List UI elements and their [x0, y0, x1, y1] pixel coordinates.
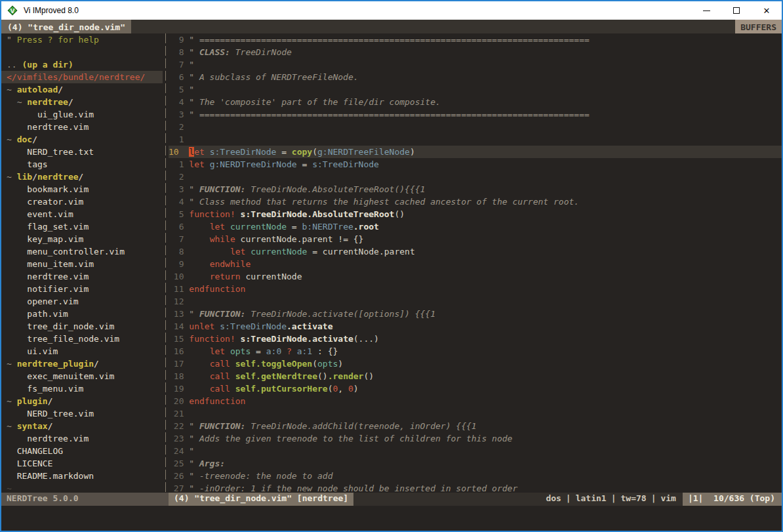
code-line[interactable]: 13 " FUNCTION: TreeDirNode.activate([opt…: [169, 308, 782, 320]
tree-item[interactable]: path.vim: [1, 308, 163, 320]
code-line[interactable]: 9 endwhile: [169, 258, 782, 270]
code-line[interactable]: 10 return currentNode: [169, 270, 782, 283]
tree-item[interactable]: fs_menu.vim: [1, 382, 163, 395]
code-line-current[interactable]: 10 let s:TreeDirNode = copy(g:NERDTreeFi…: [169, 146, 782, 158]
code-line[interactable]: 4 " Class method that returns the highes…: [169, 195, 782, 208]
token-txt: [189, 359, 209, 369]
tree-item[interactable]: menu_controller.vim: [1, 245, 163, 258]
status-item: latin1: [576, 493, 607, 503]
tree-item[interactable]: LICENCE: [1, 457, 163, 470]
tree-item[interactable]: ui.vim: [1, 345, 163, 358]
maximize-button[interactable]: [721, 1, 752, 20]
tree-item[interactable]: ~ nerdtree/: [1, 96, 163, 108]
code-line[interactable]: 16 let opts = a:0 ? a:1 : {}: [169, 345, 782, 358]
tree-item[interactable]: bookmark.vim: [1, 183, 163, 195]
tree-item[interactable]: .. (up a dir): [1, 58, 163, 71]
token-file: creator.vim: [7, 197, 83, 207]
code-line[interactable]: 3 " ====================================…: [169, 108, 782, 121]
token-kw: call: [210, 371, 230, 381]
token-cm: ": [189, 184, 199, 194]
code-line[interactable]: 2: [169, 171, 782, 183]
command-line[interactable]: [1, 506, 782, 531]
tree-item[interactable]: menu_item.vim: [1, 258, 163, 270]
tree-item[interactable]: tags: [1, 158, 163, 171]
tree-root-item[interactable]: </vimfiles/bundle/nerdtree/: [1, 71, 163, 83]
token-dim: ~: [7, 359, 17, 369]
tree-item[interactable]: NERD_tree.txt: [1, 146, 163, 158]
tree-item[interactable]: ~ syntax/: [1, 420, 163, 432]
tree-item[interactable]: key_map.vim: [1, 233, 163, 245]
tree-item[interactable]: " Press ? for help: [1, 33, 163, 46]
code-line[interactable]: 8 let currentNode = currentNode.parent: [169, 245, 782, 258]
code-line[interactable]: 9 " ====================================…: [169, 33, 782, 46]
code-line[interactable]: 27 " -inOrder: 1 if the new node should …: [169, 482, 782, 493]
tree-item[interactable]: CHANGELOG: [1, 445, 163, 457]
tree-item[interactable]: nerdtree.vim: [1, 432, 163, 445]
tree-item[interactable]: ~ plugin/: [1, 395, 163, 407]
token-cm: " The 'composite' part of the file/dir c…: [189, 97, 441, 107]
tree-item[interactable]: tree_file_node.vim: [1, 333, 163, 345]
status-item: tw=78: [620, 493, 646, 503]
split-separator[interactable]: [163, 33, 169, 493]
code-line[interactable]: 24 ": [169, 445, 782, 457]
code-line[interactable]: 22 " FUNCTION: TreeDirNode.addChild(tree…: [169, 420, 782, 432]
code-line[interactable]: 4 " The 'composite' part of the file/dir…: [169, 96, 782, 108]
close-button[interactable]: ✕: [752, 1, 782, 20]
code-line[interactable]: 12: [169, 295, 782, 308]
token-dir: nerdtree_plugin: [17, 359, 94, 369]
code-line[interactable]: 7 while currentNode.parent != {}: [169, 233, 782, 245]
token-kw: endfunction: [189, 396, 245, 406]
tree-item[interactable]: tree_dir_node.vim: [1, 320, 163, 333]
code-line[interactable]: 21: [169, 407, 782, 420]
tree-item[interactable]: ui_glue.vim: [1, 108, 163, 121]
tree-item[interactable]: ~ lib/nerdtree/: [1, 171, 163, 183]
code-line[interactable]: 20 endfunction: [169, 395, 782, 407]
token-kw: ?: [287, 346, 292, 356]
code-line[interactable]: 5 function! s:TreeDirNode.AbsoluteTreeRo…: [169, 208, 782, 220]
code-line[interactable]: 2: [169, 121, 782, 133]
line-number: 2: [169, 171, 189, 183]
tree-item[interactable]: flag_set.vim: [1, 220, 163, 233]
tree-item[interactable]: ~ doc/: [1, 133, 163, 146]
code-line[interactable]: 8 " CLASS: TreeDirNode: [169, 46, 782, 58]
line-number: 11: [169, 283, 189, 295]
code-line[interactable]: 25 " Args:: [169, 457, 782, 470]
code-line[interactable]: 23 " Adds the given treenode to the list…: [169, 432, 782, 445]
tree-item[interactable]: exec_menuitem.vim: [1, 370, 163, 382]
code-line[interactable]: 15 function! s:TreeDirNode.activate(...): [169, 333, 782, 345]
tree-item[interactable]: README.markdown: [1, 470, 163, 482]
code-line[interactable]: 6 " A subclass of NERDTreeFileNode.: [169, 71, 782, 83]
tree-item[interactable]: [1, 46, 163, 58]
code-line[interactable]: 14 unlet s:TreeDirNode.activate: [169, 320, 782, 333]
token-fn: .render: [328, 371, 364, 381]
code-line[interactable]: 17 call self.toggleOpen(opts): [169, 358, 782, 370]
tree-item[interactable]: ~: [1, 482, 163, 493]
code-line[interactable]: 7 ": [169, 58, 782, 71]
tab-tree-dir-node[interactable]: (4) "tree_dir_node.vim": [1, 20, 131, 33]
code-line[interactable]: 1: [169, 133, 782, 146]
tree-item[interactable]: nerdtree.vim: [1, 121, 163, 133]
tree-item[interactable]: notifier.vim: [1, 283, 163, 295]
token-wb: .activate: [287, 321, 332, 331]
tree-item[interactable]: ~ nerdtree_plugin/: [1, 358, 163, 370]
tree-item[interactable]: event.vim: [1, 208, 163, 220]
code-line[interactable]: 26 " -treenode: the node to add: [169, 470, 782, 482]
tree-item[interactable]: opener.vim: [1, 295, 163, 308]
code-line[interactable]: 1 let g:NERDTreeDirNode = s:TreeDirNode: [169, 158, 782, 171]
code-line[interactable]: 3 " FUNCTION: TreeDirNode.AbsoluteTreeRo…: [169, 183, 782, 195]
code-line[interactable]: 11 endfunction: [169, 283, 782, 295]
code-line[interactable]: 19 call self.putCursorHere(0, 0): [169, 382, 782, 395]
tree-item[interactable]: NERD_tree.vim: [1, 407, 163, 420]
tab-line-spacer: [131, 20, 735, 33]
tree-item[interactable]: creator.vim: [1, 195, 163, 208]
buffers-label[interactable]: BUFFERS: [735, 20, 782, 33]
code-line[interactable]: 5 ": [169, 83, 782, 96]
code-line[interactable]: 18 call self.getNerdtree().render(): [169, 370, 782, 382]
minimize-button[interactable]: [691, 1, 721, 20]
tree-item[interactable]: ~ autoload/: [1, 83, 163, 96]
token-file: /: [48, 396, 53, 406]
tree-item[interactable]: nerdtree.vim: [1, 270, 163, 283]
code-line[interactable]: 6 let currentNode = b:NERDTree.root: [169, 220, 782, 233]
token-cm: ": [189, 47, 199, 57]
vim-icon: V: [7, 5, 18, 16]
